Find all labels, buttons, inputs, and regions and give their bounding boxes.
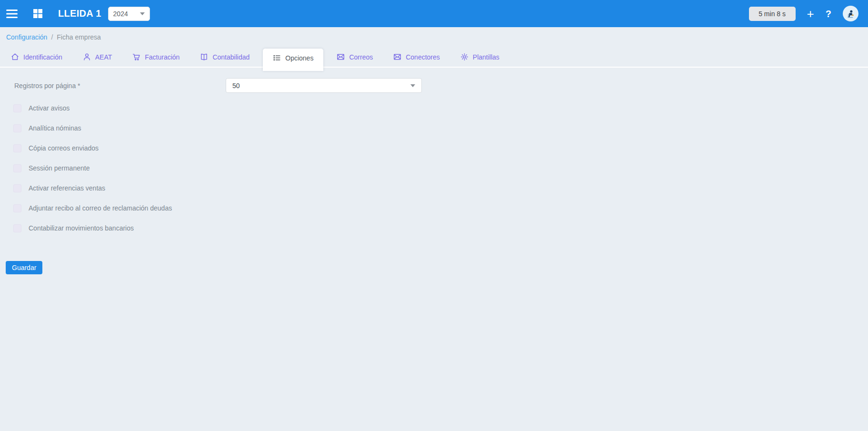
year-select-value: 2024 [113, 10, 128, 18]
tab-label: Plantillas [473, 53, 499, 61]
checkbox-label: Adjuntar recibo al correo de reclamación… [29, 204, 172, 212]
records-per-page-select[interactable]: 50 [226, 78, 422, 93]
tab-facturacion[interactable]: Facturación [125, 48, 187, 67]
tab-correos[interactable]: Correos [329, 48, 380, 67]
tab-aeat[interactable]: AEAT [76, 48, 120, 67]
breadcrumb-link-configuracion[interactable]: Configuración [6, 33, 47, 41]
session-permanente-checkbox[interactable] [13, 164, 21, 172]
tab-conectores[interactable]: Conectores [386, 48, 447, 67]
analitica-nominas-checkbox[interactable] [13, 124, 21, 132]
activar-avisos-checkbox[interactable] [13, 104, 21, 112]
company-title: LLEIDA 1 [58, 8, 101, 19]
breadcrumb-separator: / [51, 33, 53, 41]
checkbox-label: Sessión permanente [29, 164, 90, 172]
tab-label: Facturación [145, 53, 180, 61]
help-button[interactable]: ? [826, 9, 831, 19]
mail-icon [337, 53, 345, 61]
user-avatar[interactable] [843, 6, 858, 21]
home-icon [11, 53, 19, 61]
checkbox-label: Contabilizar movimientos bancarios [29, 224, 134, 232]
tab-label: Identificación [23, 53, 62, 61]
tab-plantillas[interactable]: Plantillas [453, 48, 507, 67]
tab-contabilidad[interactable]: Contabilidad [193, 48, 257, 67]
person-in-chair-icon [846, 9, 856, 19]
breadcrumb: Configuración / Ficha empresa [0, 27, 868, 41]
checkbox-row-analitica-nominas: Analítica nóminas [13, 124, 868, 132]
list-icon [273, 54, 281, 62]
contabilizar-movimientos-checkbox[interactable] [13, 224, 21, 232]
apps-grid-icon[interactable] [30, 7, 45, 21]
mail-icon [393, 53, 401, 61]
adjuntar-recibo-checkbox[interactable] [13, 204, 21, 212]
tab-identificacion[interactable]: Identificación [4, 48, 70, 67]
topbar-right-group: 5 min 8 s + ? [749, 6, 858, 21]
grid-icon [33, 9, 42, 18]
tab-opciones[interactable]: Opciones [263, 49, 323, 71]
options-form: Registros por página * 50 Activar avisos… [0, 78, 868, 274]
checkbox-row-referencias-ventas: Activar referencias ventas [13, 184, 868, 192]
checkbox-label: Analítica nóminas [29, 124, 81, 132]
records-per-page-label: Registros por página * [14, 82, 226, 90]
tab-label: Conectores [406, 53, 440, 61]
tab-label: Contabilidad [212, 53, 249, 61]
menu-icon[interactable] [5, 7, 19, 21]
checkbox-group: Activar avisos Analítica nóminas Cópia c… [13, 104, 868, 232]
checkbox-row-adjuntar-recibo: Adjuntar recibo al correo de reclamación… [13, 204, 868, 212]
session-timer-badge[interactable]: 5 min 8 s [749, 7, 796, 21]
hamburger-icon [6, 10, 18, 18]
cart-icon [132, 53, 140, 61]
checkbox-row-contabilizar-movimientos: Contabilizar movimientos bancarios [13, 224, 868, 232]
checkbox-label: Activar avisos [29, 104, 70, 112]
referencias-ventas-checkbox[interactable] [13, 184, 21, 192]
gear-icon [460, 53, 469, 61]
top-bar: LLEIDA 1 2024 5 min 8 s + ? [0, 0, 868, 27]
checkbox-label: Activar referencias ventas [29, 184, 105, 192]
breadcrumb-current: Ficha empresa [57, 33, 101, 41]
checkbox-label: Cópia correos enviados [29, 144, 99, 152]
user-icon [83, 53, 91, 61]
copia-correos-checkbox[interactable] [13, 144, 21, 152]
add-button[interactable]: + [807, 8, 814, 20]
checkbox-row-session-permanente: Sessión permanente [13, 164, 868, 172]
chevron-down-icon [410, 84, 415, 87]
records-per-page-value: 50 [232, 82, 240, 90]
save-button[interactable]: Guardar [6, 261, 42, 274]
year-select[interactable]: 2024 [108, 7, 150, 21]
checkbox-row-activar-avisos: Activar avisos [13, 104, 868, 112]
tab-label: Opciones [285, 54, 313, 62]
records-per-page-row: Registros por página * 50 [0, 78, 868, 93]
tab-label: AEAT [95, 53, 112, 61]
tab-bar: Identificación AEAT Facturación Contabil… [0, 48, 868, 68]
chevron-down-icon [140, 12, 145, 15]
book-icon [200, 53, 208, 61]
checkbox-row-copia-correos: Cópia correos enviados [13, 144, 868, 152]
tab-label: Correos [349, 53, 373, 61]
